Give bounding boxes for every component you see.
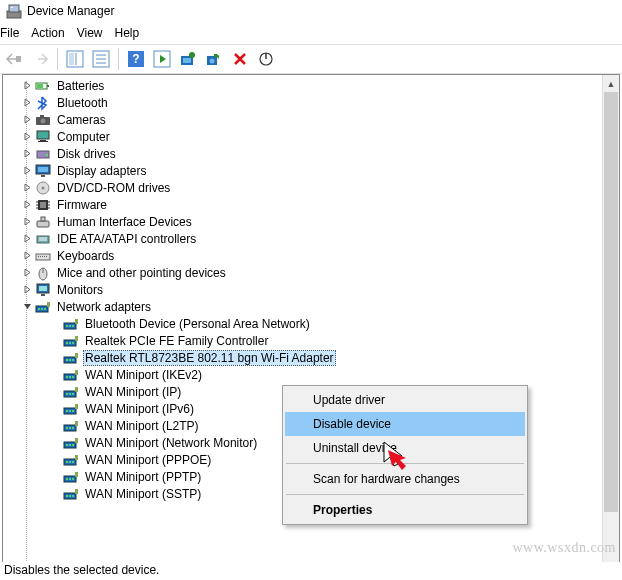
svg-point-94: [72, 410, 74, 412]
cm-disable-device[interactable]: Disable device: [285, 412, 525, 436]
tree-item-bluetooth[interactable]: Bluetooth: [3, 94, 619, 111]
expand-icon[interactable]: [21, 233, 33, 245]
netdev-icon: [63, 486, 79, 502]
disable-button[interactable]: [228, 47, 252, 71]
tree-item-hid[interactable]: Human Interface Devices: [3, 213, 619, 230]
tree-item-monitor[interactable]: Monitors: [3, 281, 619, 298]
cm-properties[interactable]: Properties: [285, 498, 525, 522]
toolbar: ?: [0, 44, 622, 74]
tree-item-battery[interactable]: Batteries: [3, 77, 619, 94]
no-exp-icon: [49, 454, 61, 466]
expand-icon[interactable]: [21, 182, 33, 194]
svg-point-78: [69, 359, 71, 361]
scroll-up-button[interactable]: ▲: [603, 75, 619, 92]
tree-item-net-1[interactable]: Realtek PCIe FE Family Controller: [3, 332, 619, 349]
tree-item-dvd[interactable]: DVD/CD-ROM drives: [3, 179, 619, 196]
svg-point-103: [69, 444, 71, 446]
menu-view[interactable]: View: [75, 24, 113, 42]
svg-point-25: [41, 118, 46, 123]
svg-point-108: [69, 461, 71, 463]
svg-point-19: [210, 59, 215, 64]
svg-marker-14: [160, 55, 166, 63]
svg-rect-100: [75, 421, 78, 426]
network-icon: [35, 299, 51, 315]
svg-point-119: [72, 495, 74, 497]
svg-point-83: [69, 376, 71, 378]
tree-item-net-3[interactable]: WAN Miniport (IKEv2): [3, 366, 619, 383]
tree-item-label: DVD/CD-ROM drives: [55, 181, 172, 195]
expand-icon[interactable]: [21, 250, 33, 262]
expand-icon[interactable]: [21, 216, 33, 228]
svg-point-77: [66, 359, 68, 361]
svg-point-102: [66, 444, 68, 446]
tree-item-label: Disk drives: [55, 147, 118, 161]
tree-item-label: Network adapters: [55, 300, 153, 314]
tree-item-net-2[interactable]: Realtek RTL8723BE 802.11 bgn Wi-Fi Adapt…: [3, 349, 619, 366]
svg-point-31: [46, 154, 48, 156]
tree-item-network-adapters[interactable]: Network adapters: [3, 298, 619, 315]
tree-item-computer[interactable]: Computer: [3, 128, 619, 145]
tree-item-display[interactable]: Display adapters: [3, 162, 619, 179]
nav-forward-button[interactable]: [28, 47, 52, 71]
menu-bar: File Action View Help: [0, 22, 622, 44]
menu-file[interactable]: File: [0, 24, 29, 42]
menu-help[interactable]: Help: [113, 24, 150, 42]
cm-update-driver[interactable]: Update driver: [285, 388, 525, 412]
svg-point-93: [69, 410, 71, 412]
scan-hardware-button[interactable]: [150, 47, 174, 71]
tree-item-label: WAN Miniport (PPTP): [83, 470, 203, 484]
svg-rect-95: [75, 404, 78, 409]
scrollbar-vertical[interactable]: ▲ ▼: [602, 75, 619, 579]
hid-icon: [35, 214, 51, 230]
tree-item-camera[interactable]: Cameras: [3, 111, 619, 128]
tree-item-label: Human Interface Devices: [55, 215, 194, 229]
no-exp-icon: [49, 318, 61, 330]
help-button[interactable]: ?: [124, 47, 148, 71]
scroll-thumb[interactable]: [604, 92, 618, 512]
expand-icon[interactable]: [21, 97, 33, 109]
svg-point-118: [69, 495, 71, 497]
no-exp-icon: [49, 403, 61, 415]
show-hide-tree-button[interactable]: [63, 47, 87, 71]
svg-rect-70: [75, 319, 78, 324]
tree-item-disk[interactable]: Disk drives: [3, 145, 619, 162]
properties-button[interactable]: [89, 47, 113, 71]
tree-item-ide[interactable]: IDE ATA/ATAPI controllers: [3, 230, 619, 247]
expand-icon[interactable]: [21, 131, 33, 143]
no-exp-icon: [49, 352, 61, 364]
menu-action[interactable]: Action: [29, 24, 74, 42]
svg-rect-120: [75, 489, 78, 494]
tree-item-label: WAN Miniport (IKEv2): [83, 368, 204, 382]
svg-rect-55: [46, 256, 47, 257]
expand-icon[interactable]: [21, 199, 33, 211]
svg-point-112: [66, 478, 68, 480]
no-exp-icon: [49, 420, 61, 432]
nav-back-button[interactable]: [2, 47, 26, 71]
enable-button[interactable]: [254, 47, 278, 71]
svg-rect-54: [44, 256, 45, 257]
tree-item-label: Monitors: [55, 283, 105, 297]
netdev-icon: [63, 367, 79, 383]
expand-icon[interactable]: [21, 148, 33, 160]
update-driver-button[interactable]: [176, 47, 200, 71]
expand-icon[interactable]: [21, 165, 33, 177]
expand-icon[interactable]: [21, 114, 33, 126]
expand-icon[interactable]: [21, 80, 33, 92]
svg-point-109: [72, 461, 74, 463]
tree-item-mouse[interactable]: Mice and other pointing devices: [3, 264, 619, 281]
svg-rect-29: [38, 141, 48, 142]
svg-rect-65: [47, 302, 50, 307]
netdev-icon: [63, 384, 79, 400]
tree-item-keyboard[interactable]: Keyboards: [3, 247, 619, 264]
collapse-icon[interactable]: [21, 301, 33, 313]
tree-item-net-0[interactable]: Bluetooth Device (Personal Area Network): [3, 315, 619, 332]
keyboard-icon: [35, 248, 51, 264]
computer-icon: [35, 129, 51, 145]
tree-item-label: Firmware: [55, 198, 109, 212]
expand-icon[interactable]: [21, 284, 33, 296]
expand-icon[interactable]: [21, 267, 33, 279]
netdev-icon: [63, 452, 79, 468]
netdev-icon: [63, 435, 79, 451]
uninstall-button[interactable]: [202, 47, 226, 71]
tree-item-firmware[interactable]: Firmware: [3, 196, 619, 213]
